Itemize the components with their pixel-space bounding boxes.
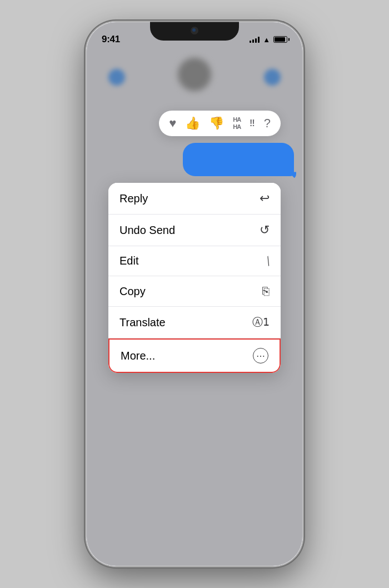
menu-label-undo-send: Undo Send — [119, 224, 175, 237]
reaction-thumbsdown[interactable]: 👎 — [209, 117, 224, 129]
edit-icon: ∕ — [263, 256, 274, 267]
menu-item-more[interactable]: More... ⋯ — [108, 338, 281, 373]
reaction-haha[interactable]: HAHA — [233, 116, 241, 131]
reaction-thumbsup[interactable]: 👍 — [185, 117, 200, 129]
notch-camera — [191, 27, 198, 34]
message-bubble-wrap — [183, 143, 294, 176]
copy-icon: ⎘ — [262, 285, 270, 298]
reaction-bar: ♥ 👍 👎 HAHA ‼ ? — [159, 111, 281, 136]
reaction-exclaim[interactable]: ‼ — [250, 118, 255, 128]
battery-icon — [273, 36, 287, 43]
menu-label-copy: Copy — [119, 285, 146, 298]
wifi-icon: ▲︎ — [263, 36, 270, 44]
undo-send-icon: ↺ — [260, 223, 270, 237]
reply-icon: ↩ — [260, 191, 270, 206]
context-menu: Reply ↩ Undo Send ↺ Edit ∕ Copy ⎘ Transl… — [108, 183, 281, 373]
menu-label-reply: Reply — [119, 192, 148, 205]
signal-icon — [250, 36, 260, 43]
battery-fill — [275, 37, 285, 42]
context-area: ♥ 👍 👎 HAHA ‼ ? Reply ↩ Undo Send ↺ — [86, 111, 303, 373]
screen: 9:41 ▲︎ ♥ 👍 👎 HAHA — [86, 22, 303, 566]
status-time: 9:41 — [102, 34, 120, 45]
menu-label-more: More... — [121, 350, 155, 362]
menu-label-translate: Translate — [119, 316, 166, 329]
menu-item-copy[interactable]: Copy ⎘ — [108, 276, 281, 307]
phone-frame: 9:41 ▲︎ ♥ 👍 👎 HAHA — [86, 22, 303, 566]
menu-item-edit[interactable]: Edit ∕ — [108, 246, 281, 276]
more-icon: ⋯ — [253, 348, 268, 363]
menu-label-edit: Edit — [119, 255, 138, 267]
menu-item-undo-send[interactable]: Undo Send ↺ — [108, 215, 281, 246]
message-bubble — [183, 143, 294, 176]
reaction-heart[interactable]: ♥ — [169, 117, 176, 129]
translate-icon: Ⓐ𝟣 — [252, 315, 270, 330]
reaction-question[interactable]: ? — [264, 117, 271, 129]
status-icons: ▲︎ — [250, 36, 287, 44]
notch — [150, 22, 239, 41]
menu-item-translate[interactable]: Translate Ⓐ𝟣 — [108, 307, 281, 338]
menu-item-reply[interactable]: Reply ↩ — [108, 183, 281, 215]
